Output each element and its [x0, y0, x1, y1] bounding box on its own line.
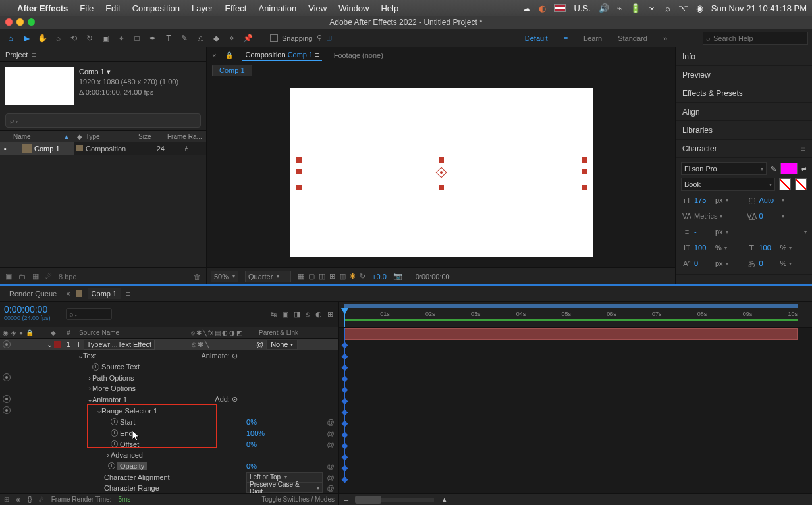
stopwatch-icon[interactable]: [111, 418, 118, 425]
layer-handle[interactable]: [439, 157, 444, 163]
tl-foot-icon[interactable]: ⊞: [4, 496, 9, 503]
lock-col-icon[interactable]: 🔒: [26, 329, 34, 336]
swap-colors-icon[interactable]: ⇄: [801, 165, 807, 172]
eraser-tool[interactable]: ◆: [209, 32, 223, 45]
tl-foot-icon[interactable]: ◈: [16, 496, 21, 503]
switch-quality-icon[interactable]: ╲: [203, 329, 207, 336]
vscale-value[interactable]: 100: [694, 244, 714, 252]
selection-tool[interactable]: ▶: [20, 32, 33, 45]
timeline-zoom-slider[interactable]: [355, 498, 434, 502]
layer-switch[interactable]: ⎋: [192, 340, 196, 349]
tsume-value[interactable]: 0: [759, 259, 779, 267]
snapping-options-icon[interactable]: ⚲: [317, 34, 322, 42]
project-thumbnail[interactable]: [5, 67, 74, 105]
close-window-button[interactable]: [5, 18, 13, 26]
render-queue-tab[interactable]: Render Queue: [5, 288, 61, 299]
col-type[interactable]: Type: [86, 133, 138, 140]
delete-icon[interactable]: 🗑: [194, 273, 201, 280]
no-stroke-swatch[interactable]: [795, 178, 807, 190]
switch-shy-icon[interactable]: ⎋: [191, 329, 195, 336]
animate-menu[interactable]: Animate: ⊙: [202, 352, 240, 360]
col-name[interactable]: Name: [13, 133, 31, 140]
layer-handle[interactable]: [296, 169, 302, 174]
keyframe-marker[interactable]: [342, 465, 348, 472]
brush-tool[interactable]: ✎: [178, 32, 191, 45]
keyframe-marker[interactable]: [342, 398, 348, 405]
time-ruler[interactable]: 01s 02s 03s 04s 05s 06s 07s 08s 09s 10s: [339, 302, 812, 328]
panel-character-header[interactable]: Character≡: [676, 140, 812, 158]
new-comp-icon[interactable]: ▦: [32, 272, 39, 280]
layer-switch[interactable]: ✱: [198, 340, 203, 349]
layer-twirl-icon[interactable]: ⌄: [46, 340, 53, 349]
menu-edit[interactable]: Edit: [105, 3, 120, 13]
shape-tool[interactable]: □: [130, 32, 144, 45]
tracking-value[interactable]: 0: [759, 212, 779, 220]
menu-window[interactable]: Window: [338, 3, 369, 13]
keyframe-marker[interactable]: [342, 365, 348, 371]
visibility-toggle[interactable]: [3, 373, 11, 381]
toggle-switches-modes[interactable]: Toggle Switches / Modes: [261, 496, 335, 503]
zoom-tool[interactable]: ⌕: [51, 32, 65, 45]
rotation-tool[interactable]: ↻: [83, 32, 96, 45]
pan-behind-tool[interactable]: ⌖: [115, 32, 128, 45]
workspace-menu-icon[interactable]: ≡: [564, 34, 568, 42]
project-row-flowchart-icon[interactable]: ⑃: [184, 145, 189, 153]
menu-file[interactable]: File: [80, 3, 94, 13]
audio-col-icon[interactable]: ◈: [11, 329, 16, 336]
magnification-dropdown[interactable]: 50%▾: [211, 271, 238, 282]
menu-help[interactable]: Help: [381, 3, 398, 13]
draft3d-icon[interactable]: ▣: [282, 310, 288, 319]
status-icon[interactable]: ◐: [539, 3, 546, 13]
channel-icon[interactable]: ✱: [350, 272, 356, 280]
visibility-toggle[interactable]: [3, 395, 11, 403]
add-menu[interactable]: Add: ⊙: [215, 395, 240, 404]
weather-icon[interactable]: ☁︎: [522, 3, 531, 13]
input-source-label[interactable]: U.S.: [574, 3, 590, 13]
comp-mini-flowchart-icon[interactable]: ↹: [271, 310, 277, 319]
snapping-checkbox[interactable]: [270, 34, 278, 42]
project-tab[interactable]: Project: [5, 51, 28, 59]
parent-dropdown[interactable]: None▾: [266, 340, 298, 350]
fill-color-swatch[interactable]: [780, 163, 798, 174]
composition-viewport[interactable]: [207, 78, 675, 267]
baseline-value[interactable]: 0: [694, 259, 714, 267]
switch-adjust-icon[interactable]: ◑: [229, 329, 235, 336]
font-size-value[interactable]: 175: [694, 196, 714, 204]
visibility-toggle[interactable]: [3, 406, 11, 414]
tl-foot-icon[interactable]: ☄: [39, 496, 45, 503]
prop-char-range[interactable]: Character Range Preserve Case & Digit▾ @: [0, 483, 338, 494]
stopwatch-icon[interactable]: [108, 462, 115, 469]
preview-time[interactable]: 0:00:00:00: [416, 273, 450, 280]
prop-offset[interactable]: Offset 0% @: [0, 439, 338, 450]
type-tool[interactable]: T: [162, 32, 175, 45]
switch-motionblur-icon[interactable]: ◐: [222, 329, 228, 336]
prop-animator[interactable]: ⌄Animator 1 Add: ⊙: [0, 394, 338, 406]
panel-menu-icon[interactable]: ≡: [32, 51, 36, 59]
zoom-slider-knob[interactable]: [355, 496, 381, 504]
expression-icon[interactable]: @: [323, 429, 338, 437]
prop-end[interactable]: End 100% @: [0, 427, 338, 439]
close-tab-icon[interactable]: ×: [212, 51, 216, 59]
anchor-point-icon[interactable]: [435, 167, 447, 178]
close-tab-icon[interactable]: ×: [66, 290, 70, 298]
project-item-row[interactable]: ▪ Comp 1 Composition 24 ⑃: [0, 142, 206, 155]
prop-text-group[interactable]: ⌄ Text Animate: ⊙: [0, 350, 338, 361]
workspace-learn[interactable]: Learn: [583, 34, 602, 42]
project-columns-header[interactable]: Name▲ ◆ Type Size Frame Ra...: [0, 130, 206, 142]
expression-icon[interactable]: @: [323, 440, 338, 448]
eyedropper-icon[interactable]: ✎: [771, 165, 776, 173]
prop-opacity[interactable]: Opacity 0% @: [0, 461, 338, 472]
zoom-in-icon[interactable]: ▲: [441, 496, 448, 504]
graph-editor-icon[interactable]: ⊞: [327, 310, 333, 319]
workspace-overflow-icon[interactable]: »: [663, 34, 667, 42]
minimize-window-button[interactable]: [16, 18, 24, 26]
stopwatch-icon[interactable]: [111, 440, 118, 448]
shy-icon[interactable]: ◨: [294, 310, 300, 319]
prop-advanced[interactable]: ›Advanced: [0, 450, 338, 461]
panel-menu-icon[interactable]: ≡: [801, 144, 805, 153]
reset-exposure-icon[interactable]: ↻: [360, 272, 365, 280]
pickwhip-icon[interactable]: @: [256, 340, 263, 348]
mask-toggle-icon[interactable]: ▢: [308, 272, 315, 280]
composition-canvas[interactable]: [290, 88, 593, 257]
current-time[interactable]: 0:00:00:00: [4, 304, 62, 315]
